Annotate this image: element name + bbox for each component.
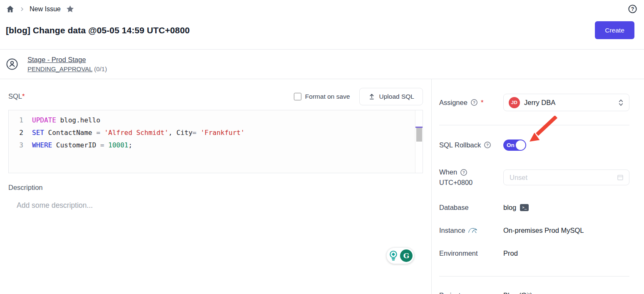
description-input[interactable]: Add some description... xyxy=(17,201,423,210)
instance-row: Instance On-premises Prod MySQL xyxy=(439,224,629,236)
format-on-save-checkbox[interactable] xyxy=(294,93,301,100)
when-input[interactable] xyxy=(509,173,617,182)
breadcrumb-chevron-icon xyxy=(20,7,25,12)
sidebar-divider xyxy=(439,125,629,125)
assignee-label: Assignee xyxy=(439,99,467,107)
assignee-help-icon[interactable]: ? xyxy=(470,99,478,106)
svg-text:?: ? xyxy=(473,100,475,105)
upload-sql-label: Upload SQL xyxy=(379,93,414,100)
page-title: [blog] Change data @05-05 14:59 UTC+0800 xyxy=(6,25,190,35)
upload-icon xyxy=(368,93,375,100)
environment-label: Environment xyxy=(439,249,503,257)
assignee-value: Jerry DBA xyxy=(524,99,614,107)
svg-text:?: ? xyxy=(486,142,489,147)
description-label: Description xyxy=(8,184,423,192)
issue-header: [blog] Change data @05-05 14:59 UTC+0800… xyxy=(0,15,644,49)
sql-editor[interactable]: 123 UPDATE blog.helloSET ContactName = '… xyxy=(8,110,423,173)
when-label-group: When ? UTC+0800 xyxy=(439,167,503,188)
stage-link[interactable]: Stage - Prod Stage xyxy=(27,56,107,64)
sql-gutter: 123 xyxy=(9,110,29,173)
user-circle-icon xyxy=(6,58,18,70)
grammarly-icon[interactable]: G xyxy=(400,249,413,262)
sql-label: SQL* xyxy=(8,92,25,100)
assignee-required-mark: * xyxy=(481,99,483,107)
assignee-select[interactable]: JD Jerry DBA xyxy=(503,94,629,111)
project-label: Project xyxy=(439,292,503,294)
grammarly-widget[interactable]: G xyxy=(386,247,414,264)
database-row: Database blog >_ xyxy=(439,202,629,213)
rollback-toggle[interactable]: On xyxy=(503,140,526,151)
svg-text:?: ? xyxy=(462,170,465,174)
sql-code-lines[interactable]: UPDATE blog.helloSET ContactName = 'Alfr… xyxy=(29,110,415,173)
assignee-avatar: JD xyxy=(509,97,520,108)
when-datepicker[interactable] xyxy=(503,169,629,185)
rollback-toggle-state: On xyxy=(507,142,515,148)
instance-label: Instance xyxy=(439,227,465,234)
select-chevrons-icon xyxy=(618,98,624,107)
svg-text:?: ? xyxy=(631,6,634,12)
mysql-dolphin-icon xyxy=(468,227,477,234)
instance-label-group: Instance xyxy=(439,227,503,234)
issue-sidebar: Assignee ? * JD Jerry DBA SQL Rollback ? xyxy=(432,79,644,294)
database-value[interactable]: blog xyxy=(503,204,516,212)
when-label: When xyxy=(439,167,457,177)
project-row: Project Blog (Git) xyxy=(439,289,629,294)
suggestion-bulb-icon[interactable] xyxy=(388,250,399,262)
breadcrumb: New Issue ? xyxy=(0,0,644,15)
rollback-label-group: SQL Rollback ? xyxy=(439,141,503,149)
sql-required-mark: * xyxy=(22,92,25,100)
home-icon[interactable] xyxy=(6,5,15,13)
toggle-knob xyxy=(516,140,525,150)
environment-value: Prod xyxy=(503,249,518,257)
stage-status-count: (0/1) xyxy=(94,65,107,72)
assignee-row: Assignee ? * JD Jerry DBA xyxy=(439,94,629,111)
calendar-icon xyxy=(617,174,624,181)
breadcrumb-current: New Issue xyxy=(30,5,61,13)
upload-sql-button[interactable]: Upload SQL xyxy=(359,88,423,105)
environment-row: Environment Prod xyxy=(439,247,629,259)
format-on-save: Format on save xyxy=(294,93,350,100)
stage-status-link[interactable]: PENDING_APPROVAL xyxy=(27,65,92,72)
assignee-label-group: Assignee ? * xyxy=(439,99,503,107)
database-label: Database xyxy=(439,204,503,212)
create-button[interactable]: Create xyxy=(595,21,634,39)
stage-status: PENDING_APPROVAL (0/1) xyxy=(27,65,107,72)
when-timezone: UTC+0800 xyxy=(439,179,472,186)
editor-overview-ruler xyxy=(415,110,423,173)
help-icon[interactable]: ? xyxy=(628,4,637,14)
project-value[interactable]: Blog (Git) xyxy=(503,292,532,294)
rollback-label: SQL Rollback xyxy=(439,141,481,149)
sidebar-divider-2 xyxy=(439,276,629,277)
editor-scrollbar-thumb[interactable] xyxy=(416,128,422,142)
stage-bar: Stage - Prod Stage PENDING_APPROVAL (0/1… xyxy=(0,49,644,79)
main-panel: SQL* Format on save Upload SQL 123 xyxy=(0,79,432,294)
when-help-icon[interactable]: ? xyxy=(460,169,467,176)
when-row: When ? UTC+0800 xyxy=(439,167,629,188)
rollback-help-icon[interactable]: ? xyxy=(484,141,491,149)
instance-value: On-premises Prod MySQL xyxy=(503,227,584,234)
format-on-save-label: Format on save xyxy=(305,93,350,100)
favorite-star-icon[interactable] xyxy=(66,5,75,13)
sql-console-icon[interactable]: >_ xyxy=(520,204,529,211)
sql-rollback-row: SQL Rollback ? On xyxy=(439,139,629,151)
